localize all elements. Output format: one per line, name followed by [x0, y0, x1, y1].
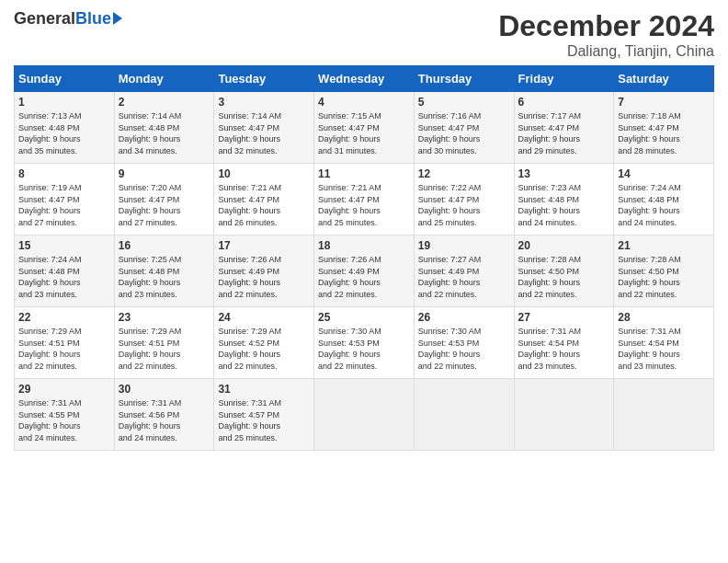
header-row: Sunday Monday Tuesday Wednesday Thursday…	[15, 66, 714, 92]
day-cell: 25Sunrise: 7:30 AM Sunset: 4:53 PM Dayli…	[314, 307, 415, 379]
day-number: 14	[618, 167, 710, 180]
col-tuesday: Tuesday	[214, 66, 314, 92]
day-number: 6	[518, 96, 610, 109]
week-row-4: 22Sunrise: 7:29 AM Sunset: 4:51 PM Dayli…	[15, 307, 714, 379]
day-number: 30	[119, 383, 210, 396]
day-cell: 4Sunrise: 7:15 AM Sunset: 4:47 PM Daylig…	[314, 92, 415, 164]
day-number: 23	[119, 311, 210, 324]
day-info: Sunrise: 7:31 AM Sunset: 4:57 PM Dayligh…	[218, 397, 310, 443]
day-cell: 3Sunrise: 7:14 AM Sunset: 4:47 PM Daylig…	[214, 92, 314, 164]
day-info: Sunrise: 7:23 AM Sunset: 4:48 PM Dayligh…	[518, 182, 610, 228]
day-info: Sunrise: 7:25 AM Sunset: 4:48 PM Dayligh…	[119, 254, 210, 300]
col-saturday: Saturday	[614, 66, 714, 92]
day-cell: 20Sunrise: 7:28 AM Sunset: 4:50 PM Dayli…	[514, 236, 614, 307]
day-cell: 2Sunrise: 7:14 AM Sunset: 4:48 PM Daylig…	[114, 92, 214, 164]
calendar-table: Sunday Monday Tuesday Wednesday Thursday…	[14, 65, 714, 451]
day-cell: 18Sunrise: 7:26 AM Sunset: 4:49 PM Dayli…	[314, 236, 415, 307]
day-cell: 23Sunrise: 7:29 AM Sunset: 4:51 PM Dayli…	[114, 307, 214, 379]
day-cell: 17Sunrise: 7:26 AM Sunset: 4:49 PM Dayli…	[214, 236, 314, 307]
day-cell: 8Sunrise: 7:19 AM Sunset: 4:47 PM Daylig…	[15, 164, 115, 236]
day-number: 16	[119, 239, 210, 252]
day-cell: 15Sunrise: 7:24 AM Sunset: 4:48 PM Dayli…	[15, 236, 115, 307]
day-number: 11	[318, 167, 410, 180]
day-info: Sunrise: 7:27 AM Sunset: 4:49 PM Dayligh…	[418, 254, 510, 300]
day-number: 26	[418, 311, 510, 324]
day-cell	[514, 379, 614, 451]
day-info: Sunrise: 7:31 AM Sunset: 4:55 PM Dayligh…	[18, 397, 110, 443]
day-number: 12	[418, 167, 510, 180]
day-info: Sunrise: 7:19 AM Sunset: 4:47 PM Dayligh…	[18, 182, 110, 228]
day-info: Sunrise: 7:22 AM Sunset: 4:47 PM Dayligh…	[418, 182, 510, 228]
day-info: Sunrise: 7:14 AM Sunset: 4:48 PM Dayligh…	[119, 110, 210, 156]
day-number: 9	[119, 167, 210, 180]
day-cell	[614, 379, 714, 451]
day-cell: 1Sunrise: 7:13 AM Sunset: 4:48 PM Daylig…	[15, 92, 115, 164]
day-cell	[414, 379, 514, 451]
day-info: Sunrise: 7:26 AM Sunset: 4:49 PM Dayligh…	[218, 254, 310, 300]
day-number: 2	[119, 96, 210, 109]
day-info: Sunrise: 7:29 AM Sunset: 4:52 PM Dayligh…	[218, 326, 310, 372]
week-row-3: 15Sunrise: 7:24 AM Sunset: 4:48 PM Dayli…	[15, 236, 714, 307]
calendar-body: 1Sunrise: 7:13 AM Sunset: 4:48 PM Daylig…	[15, 92, 714, 451]
week-row-1: 1Sunrise: 7:13 AM Sunset: 4:48 PM Daylig…	[15, 92, 714, 164]
day-cell: 29Sunrise: 7:31 AM Sunset: 4:55 PM Dayli…	[15, 379, 115, 451]
day-info: Sunrise: 7:24 AM Sunset: 4:48 PM Dayligh…	[18, 254, 110, 300]
header: General Blue December 2024 Daliang, Tian…	[14, 9, 714, 60]
day-info: Sunrise: 7:18 AM Sunset: 4:47 PM Dayligh…	[618, 110, 710, 156]
day-cell: 9Sunrise: 7:20 AM Sunset: 4:47 PM Daylig…	[114, 164, 214, 236]
day-number: 17	[218, 239, 310, 252]
logo-arrow-icon	[113, 12, 122, 25]
col-monday: Monday	[114, 66, 214, 92]
day-info: Sunrise: 7:16 AM Sunset: 4:47 PM Dayligh…	[418, 110, 510, 156]
day-number: 22	[18, 311, 110, 324]
day-info: Sunrise: 7:29 AM Sunset: 4:51 PM Dayligh…	[18, 326, 110, 372]
day-info: Sunrise: 7:29 AM Sunset: 4:51 PM Dayligh…	[119, 326, 210, 372]
day-info: Sunrise: 7:21 AM Sunset: 4:47 PM Dayligh…	[318, 182, 410, 228]
day-info: Sunrise: 7:28 AM Sunset: 4:50 PM Dayligh…	[618, 254, 710, 300]
col-friday: Friday	[514, 66, 614, 92]
logo-general-text: General	[14, 9, 75, 29]
day-cell: 26Sunrise: 7:30 AM Sunset: 4:53 PM Dayli…	[414, 307, 514, 379]
day-number: 25	[318, 311, 410, 324]
day-number: 13	[518, 167, 610, 180]
day-number: 15	[18, 239, 110, 252]
day-info: Sunrise: 7:21 AM Sunset: 4:47 PM Dayligh…	[218, 182, 310, 228]
day-info: Sunrise: 7:31 AM Sunset: 4:54 PM Dayligh…	[518, 326, 610, 372]
day-number: 8	[18, 167, 110, 180]
calendar-container: General Blue December 2024 Daliang, Tian…	[0, 0, 728, 460]
day-cell: 19Sunrise: 7:27 AM Sunset: 4:49 PM Dayli…	[414, 236, 514, 307]
day-info: Sunrise: 7:20 AM Sunset: 4:47 PM Dayligh…	[119, 182, 210, 228]
day-number: 19	[418, 239, 510, 252]
day-cell: 10Sunrise: 7:21 AM Sunset: 4:47 PM Dayli…	[214, 164, 314, 236]
day-cell: 13Sunrise: 7:23 AM Sunset: 4:48 PM Dayli…	[514, 164, 614, 236]
day-info: Sunrise: 7:31 AM Sunset: 4:54 PM Dayligh…	[618, 326, 710, 372]
day-info: Sunrise: 7:30 AM Sunset: 4:53 PM Dayligh…	[318, 326, 410, 372]
day-number: 20	[518, 239, 610, 252]
day-info: Sunrise: 7:13 AM Sunset: 4:48 PM Dayligh…	[18, 110, 110, 156]
day-info: Sunrise: 7:14 AM Sunset: 4:47 PM Dayligh…	[218, 110, 310, 156]
day-cell: 22Sunrise: 7:29 AM Sunset: 4:51 PM Dayli…	[15, 307, 115, 379]
day-info: Sunrise: 7:17 AM Sunset: 4:47 PM Dayligh…	[518, 110, 610, 156]
day-cell: 6Sunrise: 7:17 AM Sunset: 4:47 PM Daylig…	[514, 92, 614, 164]
title-block: December 2024 Daliang, Tianjin, China	[498, 9, 714, 60]
day-number: 21	[618, 239, 710, 252]
day-cell: 5Sunrise: 7:16 AM Sunset: 4:47 PM Daylig…	[414, 92, 514, 164]
day-info: Sunrise: 7:30 AM Sunset: 4:53 PM Dayligh…	[418, 326, 510, 372]
day-cell: 7Sunrise: 7:18 AM Sunset: 4:47 PM Daylig…	[614, 92, 714, 164]
day-cell: 21Sunrise: 7:28 AM Sunset: 4:50 PM Dayli…	[614, 236, 714, 307]
logo: General Blue	[14, 9, 122, 29]
week-row-2: 8Sunrise: 7:19 AM Sunset: 4:47 PM Daylig…	[15, 164, 714, 236]
day-number: 1	[18, 96, 110, 109]
day-cell: 28Sunrise: 7:31 AM Sunset: 4:54 PM Dayli…	[614, 307, 714, 379]
day-info: Sunrise: 7:28 AM Sunset: 4:50 PM Dayligh…	[518, 254, 610, 300]
day-cell: 30Sunrise: 7:31 AM Sunset: 4:56 PM Dayli…	[114, 379, 214, 451]
col-thursday: Thursday	[414, 66, 514, 92]
day-cell: 16Sunrise: 7:25 AM Sunset: 4:48 PM Dayli…	[114, 236, 214, 307]
day-number: 7	[618, 96, 710, 109]
day-info: Sunrise: 7:24 AM Sunset: 4:48 PM Dayligh…	[618, 182, 710, 228]
logo-blue-text: Blue	[75, 9, 111, 29]
day-cell: 14Sunrise: 7:24 AM Sunset: 4:48 PM Dayli…	[614, 164, 714, 236]
month-title: December 2024	[498, 9, 714, 43]
location-title: Daliang, Tianjin, China	[498, 43, 714, 60]
day-number: 5	[418, 96, 510, 109]
